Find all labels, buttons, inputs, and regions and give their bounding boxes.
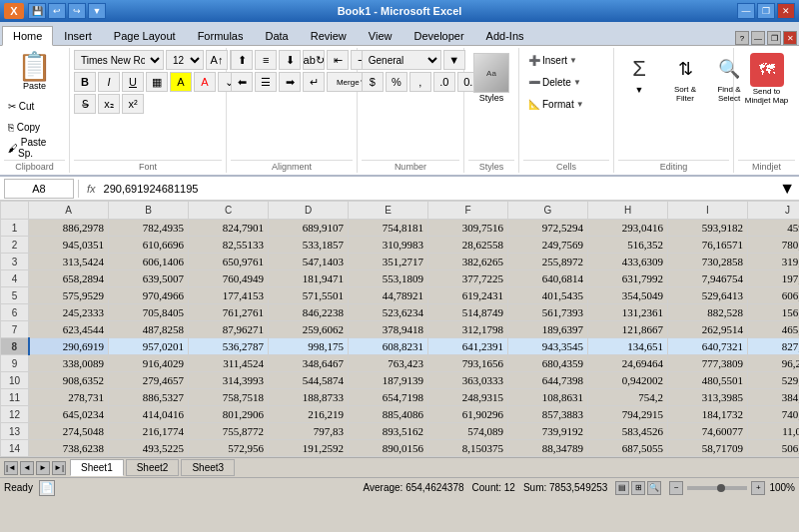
status-sheet-icon[interactable]: 📄 xyxy=(39,480,55,496)
cell[interactable]: 619,2431 xyxy=(428,287,508,304)
cell[interactable]: 378,9418 xyxy=(349,321,428,338)
paste-button[interactable]: 📋 Paste xyxy=(12,50,57,94)
cell[interactable]: 945,0351 xyxy=(29,237,109,254)
indent-dec-btn[interactable]: ⇤ xyxy=(327,50,349,70)
row-number[interactable]: 11 xyxy=(1,389,29,406)
cell[interactable]: 794,2915 xyxy=(588,406,668,423)
format-button[interactable]: 📐 Format ▼ xyxy=(523,94,589,114)
col-header-D[interactable]: D xyxy=(269,202,349,220)
cell[interactable]: 583,4526 xyxy=(588,423,668,440)
paste-special-button[interactable]: 🖌 Paste Sp. xyxy=(4,138,65,158)
cell[interactable]: 882,528 xyxy=(668,304,748,321)
copy-button[interactable]: ⎘ Copy xyxy=(4,117,65,137)
styles-button[interactable]: Aa Styles xyxy=(468,50,514,106)
cell[interactable]: 184,1732 xyxy=(668,406,748,423)
cell[interactable]: 0,942002 xyxy=(588,372,668,389)
tab-developer[interactable]: Developer xyxy=(402,26,474,45)
cell[interactable]: 631,7992 xyxy=(588,270,668,287)
col-header-J[interactable]: J xyxy=(748,202,800,220)
zoom-in-btn[interactable]: + xyxy=(751,481,765,495)
sheet-tab-3[interactable]: Sheet3 xyxy=(181,459,235,476)
align-top-btn[interactable]: ⬆ xyxy=(231,50,253,70)
bold-button[interactable]: B xyxy=(74,72,96,92)
undo-quick-btn[interactable]: ↩ xyxy=(48,3,66,19)
row-number[interactable]: 5 xyxy=(1,287,29,304)
cell[interactable]: 943,3545 xyxy=(508,338,588,355)
tab-scroll-next[interactable]: ► xyxy=(36,461,50,475)
cell[interactable]: 88,34789 xyxy=(508,440,588,457)
page-layout-view-btn[interactable]: ⊞ xyxy=(631,481,645,495)
cell[interactable]: 274,5048 xyxy=(29,423,109,440)
number-format-btn[interactable]: ▼ xyxy=(443,50,465,70)
row-number[interactable]: 2 xyxy=(1,237,29,254)
cell[interactable]: 846,2238 xyxy=(269,304,349,321)
cell[interactable]: 313,3985 xyxy=(668,389,748,406)
cell[interactable]: 433,6309 xyxy=(588,254,668,270)
cell[interactable]: 363,0333 xyxy=(428,372,508,389)
cell[interactable]: 187,9139 xyxy=(349,372,428,389)
cell[interactable]: 523,6234 xyxy=(349,304,428,321)
cell[interactable]: 758,7518 xyxy=(189,389,269,406)
cell[interactable]: 465,5753 xyxy=(748,321,800,338)
cell[interactable]: 197,7688 xyxy=(748,270,800,287)
cell[interactable]: 553,1809 xyxy=(349,270,428,287)
tab-data[interactable]: Data xyxy=(254,26,299,45)
cell[interactable]: 487,8258 xyxy=(109,321,189,338)
cell[interactable]: 640,7321 xyxy=(668,338,748,355)
tab-insert[interactable]: Insert xyxy=(53,26,103,45)
tab-view[interactable]: View xyxy=(358,26,403,45)
underline-button[interactable]: U xyxy=(122,72,144,92)
font-color-button[interactable]: A xyxy=(194,72,216,92)
formula-input[interactable] xyxy=(104,179,776,199)
superscript-btn[interactable]: x² xyxy=(122,94,144,114)
cell[interactable]: 755,8772 xyxy=(189,423,269,440)
ribbon-min-btn[interactable]: — xyxy=(751,31,765,45)
cell[interactable]: 459,869 xyxy=(748,220,800,237)
cell[interactable]: 354,5049 xyxy=(588,287,668,304)
sheet-tab-2[interactable]: Sheet2 xyxy=(126,459,180,476)
cell[interactable]: 290,6919 xyxy=(29,338,109,355)
cell[interactable]: 608,8231 xyxy=(349,338,428,355)
col-header-F[interactable]: F xyxy=(428,202,508,220)
row-number[interactable]: 8 xyxy=(1,338,29,355)
cell[interactable]: 181,9471 xyxy=(269,270,349,287)
sheet-scroll[interactable]: A B C D E F G H I J 1886,2978782,4935824… xyxy=(0,201,799,457)
cell[interactable]: 886,2978 xyxy=(29,220,109,237)
redo-quick-btn[interactable]: ↪ xyxy=(68,3,86,19)
cell[interactable]: 314,3993 xyxy=(189,372,269,389)
cell[interactable]: 886,5327 xyxy=(109,389,189,406)
tab-review[interactable]: Review xyxy=(300,26,358,45)
tab-scroll-first[interactable]: |◄ xyxy=(4,461,18,475)
cell[interactable]: 177,4153 xyxy=(189,287,269,304)
cell[interactable]: 189,6397 xyxy=(508,321,588,338)
cell[interactable]: 610,6696 xyxy=(109,237,189,254)
cell[interactable]: 547,1403 xyxy=(269,254,349,270)
cell[interactable]: 574,089 xyxy=(428,423,508,440)
cell[interactable]: 74,60077 xyxy=(668,423,748,440)
cell[interactable]: 972,5294 xyxy=(508,220,588,237)
number-format-select[interactable]: General xyxy=(362,50,441,70)
cell[interactable]: 650,9761 xyxy=(189,254,269,270)
cell[interactable]: 7,946754 xyxy=(668,270,748,287)
name-box[interactable]: A8 xyxy=(4,179,74,199)
zoom-out-btn[interactable]: − xyxy=(669,481,683,495)
cell[interactable]: 348,6467 xyxy=(269,355,349,372)
row-number[interactable]: 6 xyxy=(1,304,29,321)
cell[interactable]: 739,9192 xyxy=(508,423,588,440)
cell[interactable]: 134,651 xyxy=(588,338,668,355)
cell[interactable]: 338,0089 xyxy=(29,355,109,372)
cell[interactable]: 516,352 xyxy=(588,237,668,254)
mindjet-button[interactable]: 🗺 Send toMindjet Map xyxy=(740,50,794,108)
cell[interactable]: 893,5162 xyxy=(349,423,428,440)
cell[interactable]: 801,2906 xyxy=(189,406,269,423)
cell[interactable]: 319,9213 xyxy=(748,254,800,270)
cell[interactable]: 645,0234 xyxy=(29,406,109,423)
cell[interactable]: 506,6212 xyxy=(748,440,800,457)
cell[interactable]: 259,6062 xyxy=(269,321,349,338)
cell[interactable]: 641,2391 xyxy=(428,338,508,355)
align-left-btn[interactable]: ⬅ xyxy=(231,72,253,92)
highlight-button[interactable]: A xyxy=(170,72,192,92)
cell[interactable]: 571,5501 xyxy=(269,287,349,304)
cell[interactable]: 705,8405 xyxy=(109,304,189,321)
cell[interactable]: 278,731 xyxy=(29,389,109,406)
